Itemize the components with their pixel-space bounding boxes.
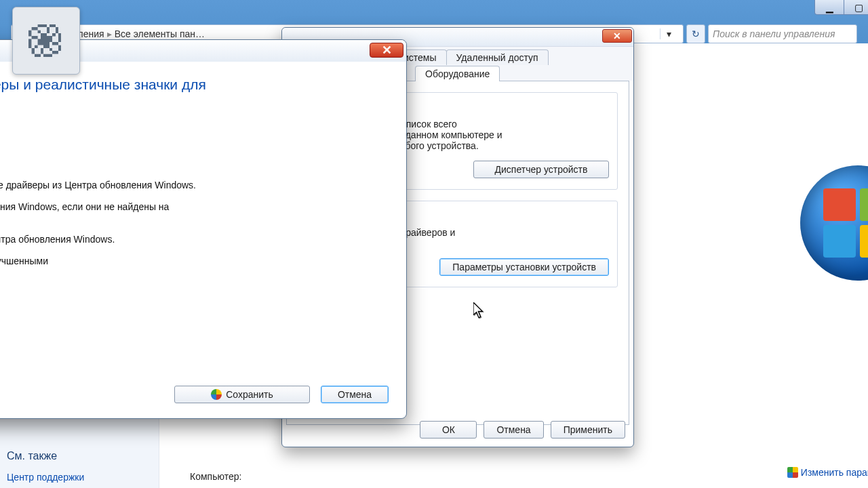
device-install-dialog: ✕ … Windows загружать драйверы и реалист…	[0, 39, 407, 419]
desktop-shortcut-icon[interactable]: ֎	[12, 7, 80, 75]
refresh-button[interactable]: ↻	[686, 24, 705, 43]
window-minimize-button[interactable]: ▁	[814, 0, 844, 15]
breadcrumb-part[interactable]: Все элементы пан…	[115, 28, 205, 39]
window-maximize-button[interactable]: ▢	[844, 0, 868, 15]
chevron-right-icon: ▸	[107, 28, 112, 39]
close-button[interactable]: ✕	[370, 43, 403, 58]
option-choose[interactable]: …ить возможность выбора	[0, 158, 386, 169]
option-auto[interactable]: …автоматически (рекомендуется)	[0, 136, 386, 147]
close-button[interactable]: ✕	[602, 29, 632, 43]
see-also-heading: См. также	[7, 450, 152, 462]
dialog-heading: … Windows загружать драйверы и реалистич…	[0, 77, 386, 109]
cancel-button[interactable]: Отмена	[321, 386, 389, 403]
cursor-icon	[473, 302, 484, 317]
change-settings-link[interactable]: Изменить параметры	[787, 467, 868, 478]
sidebar-link-action-center[interactable]: Центр поддержки	[7, 472, 152, 483]
windows-logo-icon	[800, 165, 868, 281]
ok-button[interactable]: ОК	[420, 421, 477, 439]
shield-icon	[211, 389, 222, 400]
device-install-settings-button[interactable]: Параметры установки устройств	[439, 258, 609, 276]
label-computer: Компьютер:	[190, 467, 369, 487]
cancel-button[interactable]: Отмена	[484, 421, 543, 439]
tab-remote[interactable]: Удаленный доступ	[446, 49, 549, 65]
option-wu-fallback[interactable]: …ливать драйверы из Центра обновления Wi…	[0, 201, 386, 223]
address-dropdown-button[interactable]: ▾	[660, 28, 677, 39]
option-icons[interactable]: …ть стандартные значки устройств улучшен…	[0, 256, 386, 266]
option-never-wu[interactable]: …а не устанавливать драйверы из Центра о…	[0, 234, 386, 245]
apply-button[interactable]: Применить	[551, 421, 625, 439]
save-button[interactable]: Сохранить	[174, 386, 310, 403]
search-input[interactable]: Поиск в панели управления	[708, 24, 857, 43]
option-best-wu[interactable]: …устанавливать наиболее подходящие драйв…	[0, 180, 386, 190]
device-manager-button[interactable]: Диспетчер устройств	[473, 161, 609, 178]
tab-hardware[interactable]: Оборудование	[415, 66, 500, 81]
computer-info-labels: Компьютер: Полное имя: Описание: Рабочая…	[190, 467, 369, 488]
shield-icon	[787, 467, 798, 478]
